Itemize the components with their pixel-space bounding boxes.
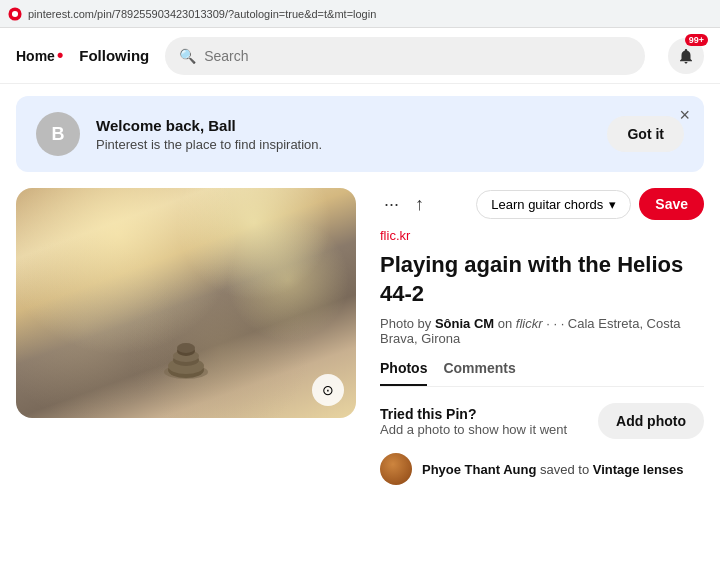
credit-prefix: Photo by — [380, 316, 435, 331]
pin-title: Playing again with the Helios 44-2 — [380, 251, 704, 308]
source-link[interactable]: flic.kr — [380, 228, 704, 243]
search-icon: 🔍 — [179, 48, 196, 64]
welcome-subtitle: Pinterest is the place to find inspirati… — [96, 137, 591, 152]
pin-tabs: Photos Comments — [380, 360, 704, 387]
tried-subtitle: Add a photo to show how it went — [380, 422, 567, 437]
following-nav-item[interactable]: Following — [79, 47, 149, 64]
tried-title: Tried this Pin? — [380, 406, 567, 422]
board-selector[interactable]: Learn guitar chords ▾ — [476, 190, 631, 219]
svg-point-8 — [177, 343, 195, 353]
close-banner-button[interactable]: × — [679, 106, 690, 124]
tried-pin-section: Tried this Pin? Add a photo to show how … — [380, 403, 704, 439]
board-name: Learn guitar chords — [491, 197, 603, 212]
saver-name: Phyoe Thant Aung — [422, 462, 536, 477]
save-button[interactable]: Save — [639, 188, 704, 220]
welcome-text-block: Welcome back, Ball Pinterest is the plac… — [96, 117, 591, 152]
search-bar[interactable]: 🔍 — [165, 37, 645, 75]
share-button[interactable]: ↑ — [411, 190, 428, 219]
pin-actions-row: ··· ↑ Learn guitar chords ▾ Save — [380, 188, 704, 220]
notification-badge: 99+ — [685, 34, 708, 46]
tab-comments[interactable]: Comments — [443, 360, 515, 386]
lens-search-button[interactable]: ⊙ — [312, 374, 344, 406]
notification-button[interactable]: 99+ — [668, 38, 704, 74]
tried-pin-text: Tried this Pin? Add a photo to show how … — [380, 406, 567, 437]
pin-credit: Photo by Sônia CM on flickr · · · Cala E… — [380, 316, 704, 346]
rock-stack-image — [156, 320, 216, 380]
home-nav-item[interactable]: Home• — [16, 45, 63, 66]
saved-board: Vintage lenses — [593, 462, 684, 477]
bell-icon — [677, 47, 695, 65]
url-bar[interactable]: pinterest.com/pin/789255903423013309/?au… — [28, 8, 376, 20]
pin-details: ··· ↑ Learn guitar chords ▾ Save flic.kr… — [380, 188, 704, 485]
pin-image: ⊙ — [16, 188, 356, 418]
favicon-icon — [8, 7, 22, 21]
saver-avatar — [380, 453, 412, 485]
more-options-button[interactable]: ··· — [380, 190, 403, 219]
search-input[interactable] — [204, 48, 631, 64]
svg-point-1 — [12, 10, 18, 16]
got-it-button[interactable]: Got it — [607, 116, 684, 152]
welcome-title: Welcome back, Ball — [96, 117, 591, 134]
chevron-down-icon: ▾ — [609, 197, 616, 212]
avatar: B — [36, 112, 80, 156]
browser-bar: pinterest.com/pin/789255903423013309/?au… — [0, 0, 720, 28]
home-dot: • — [57, 45, 63, 66]
credit-mid: on — [494, 316, 516, 331]
pin-container: ⊙ ··· ↑ Learn guitar chords ▾ Save flic.… — [16, 188, 704, 485]
top-nav: Home• Following 🔍 99+ — [0, 28, 720, 84]
add-photo-button[interactable]: Add photo — [598, 403, 704, 439]
credit-platform: flickr — [516, 316, 543, 331]
credit-author: Sônia CM — [435, 316, 494, 331]
welcome-banner: B Welcome back, Ball Pinterest is the pl… — [16, 96, 704, 172]
saved-action: saved to — [540, 462, 593, 477]
saved-by-row: Phyoe Thant Aung saved to Vintage lenses — [380, 453, 704, 485]
tab-photos[interactable]: Photos — [380, 360, 427, 386]
home-label: Home — [16, 48, 55, 64]
saved-by-text: Phyoe Thant Aung saved to Vintage lenses — [422, 462, 684, 477]
